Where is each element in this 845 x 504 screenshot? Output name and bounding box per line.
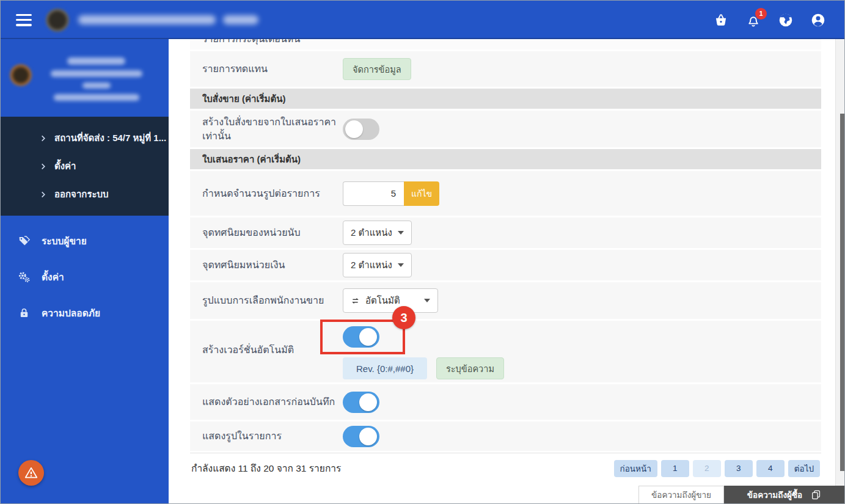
sidebar-item-label: ระบบผู้ขาย <box>42 233 87 249</box>
repeat-icon <box>351 296 360 305</box>
tab-message-to-seller[interactable]: ข้อความถึงผู้ขาย <box>638 486 724 503</box>
select-value: 2 ตำแหน่ง <box>351 225 392 240</box>
hamburger-bar <box>16 24 32 26</box>
basket-icon[interactable] <box>713 12 729 28</box>
sidebar: สถานที่จัดส่ง : 54/7 หมู่ที่ 1... ตั้งค่… <box>1 39 169 504</box>
image-count-input[interactable] <box>343 181 404 206</box>
tags-icon <box>18 235 31 247</box>
sidebar-account-menu: สถานที่จัดส่ง : 54/7 หมู่ที่ 1... ตั้งค่… <box>1 117 169 216</box>
page-button-2-current[interactable]: 2 <box>693 460 721 477</box>
chevron-right-icon <box>40 191 46 199</box>
row-label: แสดงตัวอย่างเอกสาร​ก่อนบันทึก <box>202 395 343 409</box>
profile-info-redacted <box>32 45 160 115</box>
row-label: รูปแบบการเลือกพนักงาน​ขาย <box>202 293 343 307</box>
menu-toggle-button[interactable] <box>16 14 32 26</box>
list-footer: กำลังแสดง 11 ถึง 20 จาก 31 รายการ ก่อนหน… <box>190 453 821 482</box>
specify-text-button[interactable]: ระบุข้อความ <box>436 357 504 379</box>
toggle-knob <box>359 328 377 346</box>
sidebar-item-label: ตั้งค่า <box>42 269 64 285</box>
settings-row-replacement-items: รายการทดแทน จัดการข้อมูล <box>190 51 821 87</box>
profile-logo <box>9 64 32 87</box>
pagination-summary: กำลังแสดง 11 ถึง 20 จาก 31 รายการ <box>191 461 341 476</box>
next-page-button[interactable]: ต่อไป <box>788 460 820 477</box>
decimal-unit-select[interactable]: 2 ตำแหน่ง <box>343 221 412 245</box>
tab-label: ข้อความถึงผู้ซื้อ <box>747 488 802 502</box>
vertical-scrollbar[interactable] <box>835 39 844 503</box>
section-header-sale-order: ใบสั่งขาย (ค่าเริ่มต้น) <box>190 89 821 109</box>
settings-row-debt-reminder-clipped: รายการกระตุ้นเตือนหนี้ <box>190 39 821 49</box>
show-images-toggle-on[interactable] <box>343 426 379 447</box>
annotation-step-badge: 3 <box>392 306 415 329</box>
row-label: จุดทศนิยมของหน่วยนับ <box>202 225 343 239</box>
copy-icon[interactable] <box>811 489 821 500</box>
settings-panel: รายการกระตุ้นเตือนหนี้ รายการทดแทน จัดกา… <box>190 39 821 504</box>
sidebar-item-settings-dark[interactable]: ตั้งค่า <box>1 152 169 180</box>
blurred-text-bar <box>51 70 142 77</box>
warning-triangle-icon <box>23 465 39 481</box>
toggle-knob <box>359 428 377 445</box>
page-button-3[interactable]: 3 <box>725 460 753 477</box>
sidebar-item-label: ความปลอดภัย <box>42 305 100 321</box>
scrollbar-thumb[interactable] <box>840 114 844 471</box>
manage-data-button[interactable]: จัดการข้อมูล <box>343 58 411 80</box>
chevron-down-icon <box>398 263 404 267</box>
sidebar-item-security[interactable]: ความปลอดภัย <box>1 295 169 331</box>
hamburger-bar <box>16 14 32 16</box>
settings-row-decimal-currency: จุดทศนิยมหน่วยเงิน 2 ตำแหน่ง <box>190 250 821 280</box>
settings-row-show-images-in-list: แสดงรูปในรายการ <box>190 422 821 451</box>
lock-icon <box>18 307 31 320</box>
settings-row-salesman-selection: รูปแบบการเลือกพนักงาน​ขาย อัตโนมัติ <box>190 282 821 319</box>
settings-row-images-per-item: กำหนดจำนวนรูปต่อ​รายการ แก้ไข <box>190 171 821 216</box>
settings-row-create-so-from-quotation: สร้างใบสั่งขายจากใบ​เสนอราคาเท่านั้น <box>190 111 821 147</box>
decimal-currency-select[interactable]: 2 ตำแหน่ง <box>343 253 412 277</box>
user-account-icon[interactable] <box>810 12 826 28</box>
sidebar-item-seller-system[interactable]: ระบบผู้ขาย <box>1 223 169 259</box>
row-label: จุดทศนิยมหน่วยเงิน <box>202 258 343 272</box>
toggle-knob <box>345 120 363 138</box>
notification-badge: 1 <box>755 8 767 20</box>
top-bar: 1 <box>1 1 844 39</box>
sidebar-item-logout[interactable]: ออกจากระบบ <box>1 180 169 208</box>
warning-fab-button[interactable] <box>18 460 44 486</box>
app-window: 1 สถานที่จัดส่ง : 54/7 หมู่ที่ 1... <box>0 0 845 504</box>
bottom-message-tabs: ข้อความถึงผู้ขาย ข้อความถึงผู้ซื้อ <box>638 486 844 503</box>
image-count-input-group: แก้ไข <box>343 181 439 206</box>
page-button-1[interactable]: 1 <box>661 460 689 477</box>
blurred-text-bar <box>223 15 258 24</box>
chevron-down-icon <box>424 299 430 302</box>
chevron-right-icon <box>40 134 46 142</box>
select-value: อัตโนมัติ <box>365 293 400 308</box>
settings-row-preview-before-save: แสดงตัวอย่างเอกสาร​ก่อนบันทึก <box>190 384 821 420</box>
edit-button[interactable]: แก้ไข <box>404 181 439 206</box>
sidebar-main-menu: ระบบผู้ขาย ตั้งค่า ความปลอดภัย <box>1 216 169 331</box>
sidebar-item-label: ออกจากระบบ <box>54 187 109 202</box>
section-title: ใบเสนอราคา (ค่าเริ่มต้น) <box>202 152 301 167</box>
settings-row-auto-version: สร้างเวอร์ชั่นอัตโนมัติ 3 Rev. {0:#,##0}… <box>190 321 821 382</box>
sidebar-profile <box>1 39 169 115</box>
salesman-mode-select[interactable]: อัตโนมัติ <box>343 288 438 313</box>
auto-version-toggle-on[interactable] <box>343 326 379 348</box>
blurred-text-bar <box>67 57 125 65</box>
revision-format-field[interactable]: Rev. {0:#,##0} <box>343 357 427 379</box>
row-label: รายการกระตุ้นเตือนหนี้ <box>202 39 300 46</box>
row-label: กำหนดจำนวนรูปต่อ​รายการ <box>202 186 343 200</box>
prev-page-button[interactable]: ก่อนหน้า <box>614 460 657 477</box>
blurred-text-bar <box>54 94 139 101</box>
pagination: ก่อนหน้า 1 2 3 4 ต่อไป <box>614 460 820 477</box>
chevron-right-icon <box>40 163 46 170</box>
hamburger-bar <box>16 19 32 21</box>
sidebar-item-settings[interactable]: ตั้งค่า <box>1 259 169 295</box>
blurred-text-bar <box>78 15 216 24</box>
tab-message-to-buyer[interactable]: ข้อความถึงผู้ซื้อ <box>724 486 844 503</box>
sidebar-item-label: ตั้งค่า <box>54 159 76 173</box>
notifications-bell-icon[interactable]: 1 <box>745 12 761 28</box>
create-so-toggle-off[interactable] <box>343 119 379 140</box>
topbar-actions: 1 <box>713 12 826 28</box>
sidebar-item-label: สถานที่จัดส่ง : 54/7 หมู่ที่ 1... <box>54 131 166 145</box>
language-globe-icon[interactable] <box>778 12 794 28</box>
page-button-4[interactable]: 4 <box>756 460 785 477</box>
select-value: 2 ตำแหน่ง <box>351 258 392 272</box>
preview-toggle-on[interactable] <box>343 392 379 413</box>
gears-icon <box>18 271 31 283</box>
sidebar-item-shipping-address[interactable]: สถานที่จัดส่ง : 54/7 หมู่ที่ 1... <box>1 124 169 152</box>
